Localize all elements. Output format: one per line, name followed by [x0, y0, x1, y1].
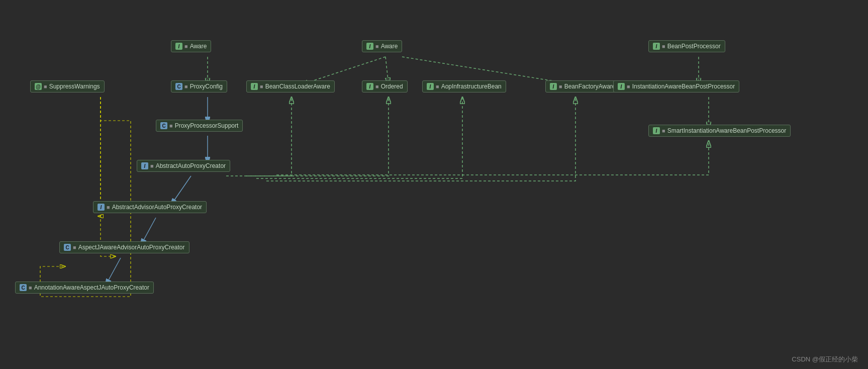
node-proxyprocessorsupport[interactable]: C ■ ProxyProcessorSupport — [156, 120, 243, 132]
icon-interface: I — [550, 83, 557, 90]
node-beanfactoryaware[interactable]: I ■ BeanFactoryAware — [545, 80, 620, 93]
node-label: AopInfrastructureBean — [441, 83, 502, 90]
node-ordered[interactable]: I ■ Ordered — [362, 80, 408, 93]
node-label: InstantiationAwareBeanPostProcessor — [632, 83, 735, 90]
node-serializable[interactable]: I ■ Aware — [171, 40, 211, 52]
node-aopinfrastructurebean[interactable]: I ■ AopInfrastructureBean — [422, 80, 506, 93]
node-label: SmartInstantiationAwareBeanPostProcessor — [667, 127, 787, 134]
icon-interface: I — [653, 43, 660, 50]
node-beanclassloaderaware[interactable]: I ■ BeanClassLoaderAware — [246, 80, 335, 93]
node-label: AspectJAwareAdvisorAutoProxyCreator — [78, 244, 185, 251]
node-label: BeanPostProcessor — [667, 43, 721, 50]
icon-interface: I — [366, 43, 373, 50]
icon-interface: I — [618, 83, 625, 90]
node-smartinstantiationawarebeanpostprocessor[interactable]: I ■ SmartInstantiationAwareBeanPostProce… — [648, 125, 791, 137]
node-aspectjawareadvisorautoproxycreator[interactable]: C ■ AspectJAwareAdvisorAutoProxyCreator — [59, 241, 189, 253]
icon-interface: I — [251, 83, 258, 90]
node-label: SuppressWarnings — [49, 83, 100, 90]
icon-interface: I — [653, 127, 660, 134]
icon-class: C — [160, 122, 167, 129]
node-beanpostprocessor[interactable]: I ■ BeanPostProcessor — [648, 40, 725, 52]
icon-abstract: I — [98, 204, 105, 211]
node-label: BeanClassLoaderAware — [265, 83, 330, 90]
icon-class: C — [20, 284, 27, 291]
diagram-container: I ■ Aware I ■ Aware I ■ BeanPostProcesso… — [0, 0, 868, 369]
node-label: AbstractAutoProxyCreator — [156, 162, 226, 169]
connections-svg — [0, 0, 868, 369]
node-abstractautoproxycreator[interactable]: I ■ AbstractAutoProxyCreator — [137, 160, 230, 172]
icon-annotation: @ — [35, 83, 42, 90]
icon-interface: I — [366, 83, 373, 90]
node-label: ProxyProcessorSupport — [175, 122, 239, 129]
icon-interface: I — [427, 83, 434, 90]
node-annotationawareaspectjautoproxycreator[interactable]: C ■ AnnotationAwareAspectJAutoProxyCreat… — [15, 282, 154, 294]
node-label: Aware — [190, 43, 207, 50]
node-label: AnnotationAwareAspectJAutoProxyCreator — [34, 284, 149, 291]
node-instantiationawarebeanpostprocessor[interactable]: I ■ InstantiationAwareBeanPostProcessor — [613, 80, 739, 93]
watermark: CSDN @假正经的小柴 — [792, 355, 858, 364]
node-label: AbstractAdvisorAutoProxyCreator — [112, 204, 202, 211]
node-label: ProxyConfig — [190, 83, 223, 90]
node-abstractadvisorautoproxycreator[interactable]: I ■ AbstractAdvisorAutoProxyCreator — [93, 201, 207, 213]
icon-abstract: I — [141, 162, 148, 169]
node-aware[interactable]: I ■ Aware — [362, 40, 402, 52]
node-proxyconfig[interactable]: C ■ ProxyConfig — [171, 80, 227, 93]
node-suppresswarnings[interactable]: @ ■ SuppressWarnings — [30, 80, 105, 93]
icon-class: C — [175, 83, 182, 90]
icon-class: C — [64, 244, 71, 251]
node-label: Aware — [381, 43, 398, 50]
node-label: BeanFactoryAware — [564, 83, 616, 90]
node-label: Ordered — [381, 83, 403, 90]
icon-interface: I — [175, 43, 182, 50]
